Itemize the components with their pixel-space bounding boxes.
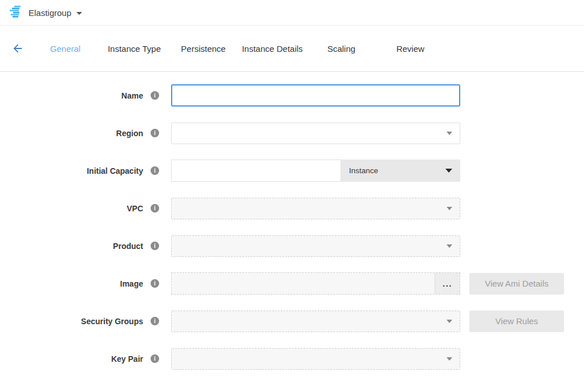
form-row-key-pair: Key Pair i <box>0 348 584 370</box>
product-dropdown <box>171 235 460 257</box>
caret-down-icon[interactable] <box>76 12 82 15</box>
image-value <box>172 273 435 294</box>
region-dropdown[interactable] <box>171 122 460 144</box>
form-row-initial-capacity: Initial Capacity i Instance <box>0 160 584 182</box>
tab-persistence[interactable]: Persistence <box>169 44 238 54</box>
info-icon[interactable]: i <box>151 204 159 213</box>
elastigroup-logo-icon <box>9 5 23 20</box>
key-pair-label: Key Pair <box>111 354 143 364</box>
form-row-region: Region i <box>0 122 584 144</box>
view-rules-button[interactable]: View Rules <box>469 311 564 332</box>
caret-down-icon <box>445 169 452 173</box>
wizard-tab-bar: General Instance Type Persistence Instan… <box>0 26 584 72</box>
caret-down-icon <box>447 207 452 210</box>
caret-down-icon <box>447 132 452 135</box>
tab-instance-details[interactable]: Instance Details <box>238 44 307 54</box>
region-label: Region <box>116 129 143 138</box>
image-label: Image <box>120 279 143 288</box>
arrow-left-icon <box>11 42 24 55</box>
product-label: Product <box>113 242 143 251</box>
info-icon[interactable]: i <box>151 317 159 325</box>
app-switcher-label[interactable]: Elastigroup <box>29 8 71 18</box>
initial-capacity-label: Initial Capacity <box>87 166 143 175</box>
info-icon[interactable]: i <box>151 91 159 100</box>
info-icon[interactable]: i <box>151 129 159 137</box>
caret-down-icon <box>447 244 452 248</box>
tab-instance-type[interactable]: Instance Type <box>100 44 169 54</box>
form-row-product: Product i <box>0 235 584 257</box>
initial-capacity-input[interactable] <box>171 160 340 182</box>
vpc-label: VPC <box>127 204 143 213</box>
info-icon[interactable]: i <box>151 242 159 250</box>
capacity-unit-select[interactable]: Instance <box>340 160 460 182</box>
general-form: Name i Region i Initial Capacity i <box>0 72 584 370</box>
image-picker: ... <box>171 272 460 295</box>
info-icon[interactable]: i <box>151 354 159 363</box>
tab-scaling[interactable]: Scaling <box>307 44 376 54</box>
key-pair-dropdown <box>171 348 460 370</box>
view-ami-details-button[interactable]: View Ami Details <box>469 273 564 295</box>
caret-down-icon <box>447 357 452 361</box>
form-row-vpc: VPC i <box>0 197 584 219</box>
info-icon[interactable]: i <box>151 279 159 288</box>
form-row-image: Image i ... View Ami Details <box>0 272 584 295</box>
name-label: Name <box>121 91 143 100</box>
capacity-unit-value: Instance <box>349 166 378 175</box>
wizard-tabs: General Instance Type Persistence Instan… <box>31 44 445 54</box>
image-browse-button[interactable]: ... <box>435 273 460 294</box>
tab-general[interactable]: General <box>31 44 100 54</box>
vpc-dropdown <box>171 198 460 219</box>
name-input[interactable] <box>171 84 460 107</box>
top-bar: Elastigroup <box>0 0 584 26</box>
info-icon[interactable]: i <box>151 166 159 175</box>
security-groups-dropdown <box>171 311 460 332</box>
tab-review[interactable]: Review <box>376 44 445 54</box>
back-button[interactable] <box>11 42 24 55</box>
form-row-security-groups: Security Groups i View Rules <box>0 310 584 332</box>
form-row-name: Name i <box>0 84 584 107</box>
security-groups-label: Security Groups <box>81 317 143 326</box>
caret-down-icon <box>447 320 452 323</box>
